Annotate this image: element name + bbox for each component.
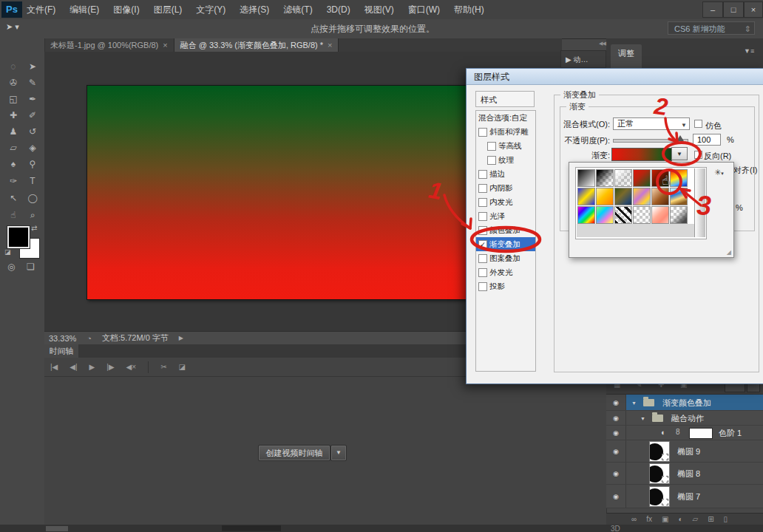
- reverse-checkbox[interactable]: [694, 151, 702, 159]
- layer-name[interactable]: 椭圆 7: [677, 491, 700, 502]
- document-tab-untitled[interactable]: 未标题-1.jpg @ 100%(RGB/8)×: [44, 38, 174, 52]
- brush-tool[interactable]: ✐: [24, 108, 41, 123]
- foreground-color-swatch[interactable]: [7, 226, 30, 248]
- ellipse-tool[interactable]: ◯: [24, 191, 41, 205]
- gradient-preset-blue-yellow-blue[interactable]: [577, 188, 595, 205]
- layer-row-gradient-overlay-group[interactable]: ◉ ▼ 渐变颜色叠加: [606, 395, 763, 411]
- gradient-preset-spectrum[interactable]: [670, 169, 688, 187]
- gradient-preset-rainbow[interactable]: [577, 206, 595, 224]
- gradient-preset-striped[interactable]: [614, 206, 632, 224]
- link-layers-icon[interactable]: ∞: [631, 515, 637, 523]
- layer-name[interactable]: 渐变颜色叠加: [662, 398, 711, 409]
- delete-layer-icon[interactable]: ▯: [724, 515, 728, 523]
- type-tool[interactable]: T: [24, 174, 41, 188]
- style-item-contour[interactable]: 等高线: [476, 139, 535, 153]
- style-item-blending-options[interactable]: 混合选项:自定: [476, 111, 535, 125]
- first-frame-button[interactable]: |◀: [50, 363, 58, 371]
- layer-row-levels-adjustment[interactable]: ◉ ◐ 8 色阶 1: [606, 426, 763, 440]
- checkbox[interactable]: [478, 170, 487, 179]
- marquee-tool[interactable]: ◌: [4, 59, 22, 74]
- document-tab-ronghe-active[interactable]: 融合 @ 33.3% (渐变颜色叠加, RGB/8) *×: [174, 38, 339, 52]
- style-item-texture[interactable]: 纹理: [476, 153, 535, 167]
- style-item-stroke[interactable]: 描边: [476, 167, 535, 181]
- panel-menu-icon[interactable]: ▼≡: [744, 47, 754, 55]
- checkbox[interactable]: [478, 282, 487, 291]
- gradient-preset-green-spectrum[interactable]: [596, 206, 614, 224]
- gradient-preset-gold-violet[interactable]: [633, 188, 651, 205]
- collapse-panels-icon[interactable]: ◀◀: [599, 41, 606, 47]
- layer-row-ellipse-8[interactable]: ◉ 椭圆 8: [606, 463, 763, 485]
- screen-mode-button[interactable]: ❏: [27, 262, 35, 272]
- style-item-drop-shadow[interactable]: 投影: [476, 279, 535, 293]
- blend-mode-select[interactable]: 正常 ▼: [613, 117, 690, 130]
- move-tool-preset-icon[interactable]: ➤ ▾: [6, 22, 19, 32]
- close-tab-icon[interactable]: ×: [163, 41, 167, 50]
- layer-name[interactable]: 融合动作: [671, 413, 704, 424]
- close-tab-icon[interactable]: ×: [328, 41, 332, 50]
- menu-filter[interactable]: 滤镜(T): [283, 4, 312, 16]
- menu-type[interactable]: 文字(Y): [196, 4, 225, 16]
- layer-name[interactable]: 椭圆 9: [677, 446, 700, 457]
- menu-file[interactable]: 文件(F): [27, 4, 55, 16]
- picker-scrollbar[interactable]: [694, 168, 705, 237]
- path-selection-tool[interactable]: ↖: [4, 191, 22, 205]
- menu-3d[interactable]: 3D(D): [327, 4, 350, 15]
- tab-3d-partial[interactable]: 3D: [611, 525, 620, 532]
- gradient-preset-orange-yellow[interactable]: [596, 188, 614, 205]
- collapsed-actions-panel[interactable]: ▶ 动…: [560, 50, 606, 68]
- style-item-inner-shadow[interactable]: 内阴影: [476, 181, 535, 195]
- style-item-bevel-emboss[interactable]: 斜面和浮雕: [476, 125, 535, 139]
- timeline-zoom-handle[interactable]: [46, 526, 68, 531]
- dodge-tool[interactable]: ⚲: [24, 157, 41, 171]
- create-timeline-caret-button[interactable]: ▼: [330, 445, 347, 461]
- menu-help[interactable]: 帮助(H): [454, 4, 484, 16]
- checkbox[interactable]: [478, 226, 487, 235]
- menu-view[interactable]: 视图(V): [364, 4, 394, 16]
- new-group-icon[interactable]: ▱: [692, 515, 698, 523]
- create-video-timeline-button[interactable]: 创建视频时间轴: [258, 445, 330, 461]
- menu-layer[interactable]: 图层(L): [154, 4, 183, 16]
- layer-effects-icon[interactable]: fx: [646, 515, 652, 523]
- healing-brush-tool[interactable]: ✚: [4, 108, 22, 123]
- mute-audio-button[interactable]: ◀×: [126, 363, 137, 371]
- opacity-slider-thumb[interactable]: [676, 135, 684, 141]
- crop-tool[interactable]: ◱: [4, 92, 22, 106]
- checkbox[interactable]: [478, 198, 487, 207]
- layer-name[interactable]: 椭圆 8: [677, 468, 700, 480]
- menu-window[interactable]: 窗口(W): [408, 4, 440, 16]
- prev-frame-button[interactable]: ◀|: [69, 363, 77, 371]
- checkbox[interactable]: [478, 254, 487, 263]
- checkbox[interactable]: [478, 184, 487, 193]
- menu-image[interactable]: 图像(I): [113, 4, 139, 16]
- maximize-button[interactable]: □: [723, 1, 744, 18]
- checkbox[interactable]: [478, 128, 487, 137]
- checkbox[interactable]: [487, 142, 496, 151]
- adjustment-layer-icon[interactable]: ◐: [678, 515, 682, 523]
- tab-adjustments[interactable]: 调整: [611, 44, 642, 68]
- zoom-tool[interactable]: ⌕: [24, 208, 41, 222]
- checkbox-checked[interactable]: ✓: [478, 240, 487, 249]
- zoom-level[interactable]: 33.33%: [49, 334, 76, 343]
- move-tool[interactable]: ➤: [24, 59, 41, 74]
- gradient-preset-salmon[interactable]: [651, 206, 669, 224]
- paint-bucket-tool[interactable]: ◈: [24, 140, 41, 155]
- gradient-preset-dark-red[interactable]: [651, 169, 669, 187]
- visibility-eye-icon[interactable]: ◉: [606, 395, 626, 410]
- visibility-eye-icon[interactable]: ◉: [606, 426, 626, 440]
- style-item-satin[interactable]: 光泽: [476, 209, 535, 223]
- style-item-gradient-overlay[interactable]: ✓渐变叠加: [476, 237, 535, 251]
- transition-button[interactable]: ◪: [179, 363, 186, 371]
- minimize-button[interactable]: –: [702, 1, 723, 18]
- hand-tool[interactable]: ☝: [4, 208, 22, 222]
- gradient-preset-transparent[interactable]: [633, 206, 651, 224]
- checkbox[interactable]: [487, 156, 496, 165]
- layer-mask-icon[interactable]: ▣: [662, 515, 668, 523]
- close-button[interactable]: ×: [744, 1, 763, 18]
- new-layer-icon[interactable]: ⊞: [708, 515, 713, 523]
- dialog-title-bar[interactable]: 图层样式: [467, 69, 763, 85]
- gradient-preset-fg-to-bg[interactable]: [577, 169, 595, 187]
- gradient-preset-white-to-transparent[interactable]: [614, 169, 632, 187]
- gradient-preset-chrome[interactable]: [670, 188, 688, 205]
- checkbox[interactable]: [478, 212, 487, 221]
- gradient-preset-gray-corner[interactable]: [670, 206, 688, 224]
